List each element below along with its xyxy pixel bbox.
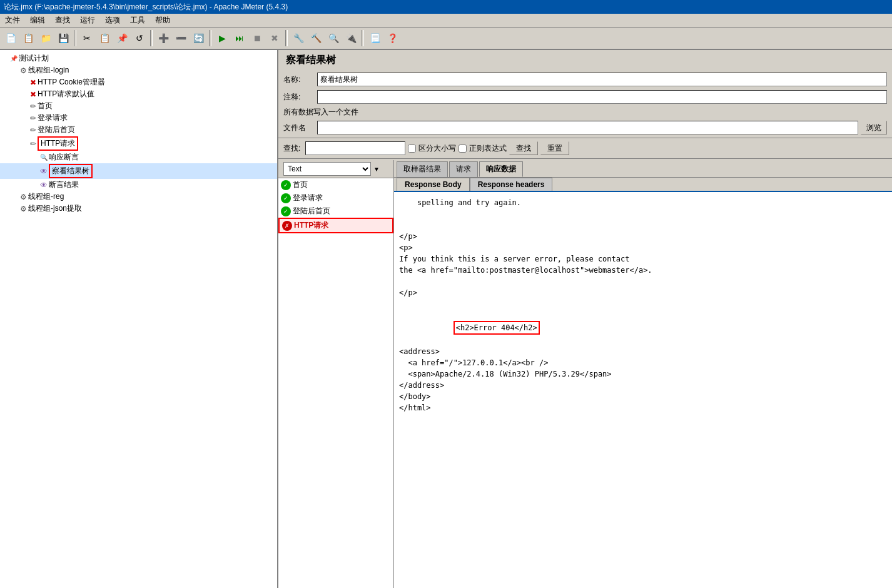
case-label: 区分大小写 [418, 143, 456, 154]
response-line-14: </body> [399, 391, 887, 402]
response-line-7 [399, 276, 887, 287]
stop-button[interactable]: ⏹ [249, 30, 265, 46]
copy-button[interactable]: 📋 [96, 30, 113, 46]
tree-item-homepage[interactable]: ✏ 首页 [0, 100, 277, 112]
shutdown-button[interactable]: ✖ [266, 30, 283, 46]
tree-label-login-request: 登录请求 [38, 113, 68, 123]
tree-panel: 📌 测试计划 ⚙ 线程组-login ✖ HTTP Cookie管理器 ✖ HT… [0, 50, 278, 588]
name-label: 名称: [283, 74, 315, 85]
tree-item-response-assert[interactable]: 🔍 响应断言 [0, 151, 277, 163]
collapse-button[interactable]: ➖ [173, 30, 189, 46]
tree-item-thread-json[interactable]: ⚙ 线程组-json提取 [0, 203, 277, 215]
tree-label-http-request: HTTP请求 [41, 138, 75, 149]
refresh-button[interactable]: 🔄 [190, 30, 206, 46]
case-checkbox[interactable] [408, 144, 416, 153]
view-mode-select[interactable]: Text HTML JSON XML [283, 162, 371, 176]
response-line-error: <h2>Error 404</h2> [399, 310, 887, 346]
status-icon-homepage: ✓ [281, 180, 291, 190]
tree-label-http-cookie: HTTP Cookie管理器 [38, 77, 105, 88]
tab-response-data[interactable]: 响应数据 [479, 161, 523, 177]
tree-label-response-assert: 响应断言 [49, 152, 79, 163]
tree-label-assert-results: 断言结果 [49, 180, 79, 190]
tree-item-thread-login[interactable]: ⚙ 线程组-login [0, 64, 277, 76]
tree-item-login-request[interactable]: ✏ 登录请求 [0, 112, 277, 124]
tree-label-thread-reg: 线程组-reg [28, 191, 64, 202]
divider-1 [278, 138, 892, 138]
tree-item-assert-results[interactable]: 👁 断言结果 [0, 179, 277, 191]
toolbar-separator-5 [362, 30, 364, 46]
result-label-http-request: HTTP请求 [294, 220, 328, 231]
status-icon-login: ✓ [281, 193, 291, 203]
list-btn[interactable]: 📃 [367, 30, 383, 46]
open-button[interactable]: 📁 [38, 30, 54, 46]
subtab-response-body[interactable]: Response Body [397, 178, 470, 191]
function-helper[interactable]: 🔧 [290, 30, 307, 46]
http-request-highlight: HTTP请求 [38, 136, 78, 151]
find-button[interactable]: 查找 [509, 141, 538, 155]
search-row: 查找: 区分大小写 正则表达式 查找 重置 [278, 139, 892, 157]
result-item-http-request[interactable]: ✗ HTTP请求 [278, 218, 393, 233]
regex-checkbox[interactable] [459, 144, 467, 153]
tree-item-test-plan[interactable]: 📌 测试计划 [0, 53, 277, 64]
menu-options[interactable]: 选项 [103, 14, 123, 27]
run-no-pause[interactable]: ⏭ [231, 30, 248, 46]
menu-edit[interactable]: 编辑 [28, 14, 48, 27]
run-button[interactable]: ▶ [214, 30, 230, 46]
tree-item-http-request[interactable]: ✏ HTTP请求 [0, 136, 277, 151]
response-line-6: the <a href="mailto:postmaster@localhost… [399, 265, 887, 276]
menu-file[interactable]: 文件 [3, 14, 23, 27]
comment-input[interactable] [317, 90, 887, 104]
tree-item-after-login[interactable]: ✏ 登陆后首页 [0, 124, 277, 136]
menu-help[interactable]: 帮助 [153, 14, 173, 27]
tree-label-after-login: 登陆后首页 [38, 124, 75, 135]
search-btn[interactable]: 🔍 [325, 30, 342, 46]
save-button[interactable]: 💾 [55, 30, 71, 46]
menu-run[interactable]: 运行 [78, 14, 98, 27]
result-item-homepage[interactable]: ✓ 首页 [278, 178, 393, 191]
status-icon-http-request: ✗ [282, 221, 292, 231]
response-line-15: </html> [399, 402, 887, 413]
tree-label-thread-json: 线程组-json提取 [28, 203, 82, 214]
response-line-2 [399, 220, 887, 231]
paste-button[interactable]: 📌 [114, 30, 130, 46]
tree-item-http-default[interactable]: ✖ HTTP请求默认值 [0, 88, 277, 100]
cut-button[interactable]: ✂ [79, 30, 95, 46]
browse-button[interactable]: 浏览 [861, 121, 887, 134]
template-button[interactable]: 📋 [20, 30, 36, 46]
search-input[interactable] [305, 141, 405, 155]
dropdown-arrow[interactable]: ▼ [373, 166, 380, 173]
help-btn[interactable]: ❓ [384, 30, 400, 46]
view-results-highlight: 察看结果树 [49, 164, 93, 178]
response-line-8: </p> [399, 287, 887, 298]
menu-find[interactable]: 查找 [53, 14, 73, 27]
menu-tools[interactable]: 工具 [128, 14, 148, 27]
tree-item-view-results[interactable]: 👁 察看结果树 [0, 163, 277, 179]
regex-label: 正则表达式 [469, 143, 507, 154]
result-label-login: 登录请求 [293, 193, 323, 203]
tree-label-view-results: 察看结果树 [52, 166, 89, 176]
plugin-btn[interactable]: 🔌 [343, 30, 359, 46]
file-input[interactable] [317, 121, 858, 134]
subtab-response-headers[interactable]: Response headers [470, 178, 553, 191]
response-line-1 [399, 208, 887, 220]
tree-item-thread-reg[interactable]: ⚙ 线程组-reg [0, 191, 277, 203]
result-item-after-login[interactable]: ✓ 登陆后首页 [278, 205, 393, 218]
results-list: ✓ 首页 ✓ 登录请求 ✓ 登陆后首页 ✗ [278, 178, 394, 588]
tab-sampler-results[interactable]: 取样器结果 [397, 161, 448, 177]
file-row: 文件名 浏览 [278, 119, 892, 136]
response-line-12: <span>Apache/2.4.18 (Win32) PHP/5.3.29</… [399, 368, 887, 380]
new-button[interactable]: 📄 [3, 30, 19, 46]
tree-item-http-cookie[interactable]: ✖ HTTP Cookie管理器 [0, 76, 277, 88]
toolbar: 📄 📋 📁 💾 ✂ 📋 📌 ↺ ➕ ➖ 🔄 ▶ ⏭ ⏹ ✖ 🔧 🔨 🔍 🔌 📃 … [0, 28, 892, 50]
result-item-login[interactable]: ✓ 登录请求 [278, 191, 393, 205]
tab-request[interactable]: 请求 [449, 161, 478, 177]
results-area: Text HTML JSON XML ▼ ✓ 首页 [278, 160, 892, 588]
reset-button[interactable]: 重置 [540, 141, 569, 155]
expand-button[interactable]: ➕ [155, 30, 171, 46]
undo-button[interactable]: ↺ [131, 30, 148, 46]
toolbar-separator-3 [209, 30, 211, 46]
name-input[interactable] [317, 73, 887, 86]
search-label: 查找: [283, 143, 300, 154]
function-helper2[interactable]: 🔨 [308, 30, 324, 46]
response-body-content: spelling and try again. </p> <p> If you … [394, 192, 892, 588]
